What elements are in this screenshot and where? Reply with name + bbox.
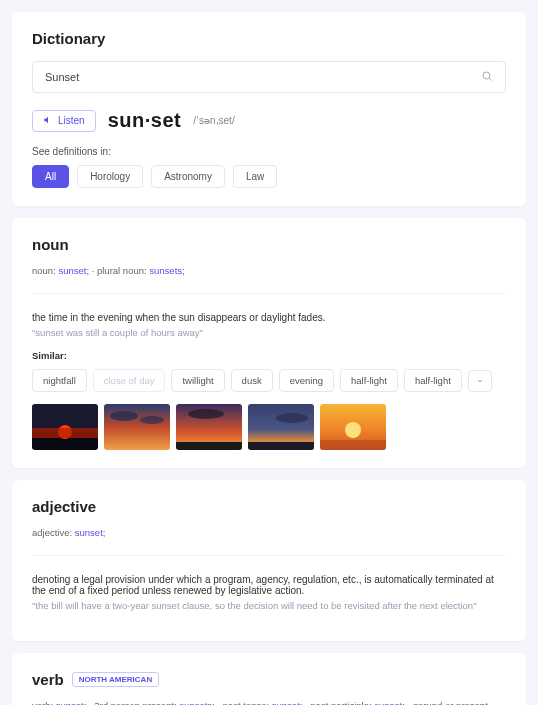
region-badge: NORTH AMERICAN <box>72 672 159 687</box>
svg-rect-17 <box>320 440 386 450</box>
verb-title-label: verb <box>32 671 64 688</box>
forms-word: sunsets <box>179 700 212 705</box>
svg-line-1 <box>489 78 491 80</box>
svg-point-16 <box>345 422 361 438</box>
pronunciation: /ˈsənˌset/ <box>193 115 234 126</box>
similar-label: Similar: <box>32 350 506 361</box>
sunset-image-2[interactable] <box>104 404 170 450</box>
verb-forms: verb: sunset; · 3rd person present: suns… <box>32 698 506 705</box>
forms-text: ; <box>103 527 106 538</box>
adjective-forms: adjective: sunset; <box>32 525 506 556</box>
header-card: Dictionary Listen sun·set /ˈsənˌset/ See… <box>12 12 526 206</box>
similar-evening[interactable]: evening <box>279 369 334 392</box>
forms-text: ; · past participle: <box>300 700 374 705</box>
noun-forms: noun: sunset; · plural noun: sunsets; <box>32 263 506 294</box>
similar-nightfall[interactable]: nightfall <box>32 369 87 392</box>
listen-label: Listen <box>58 115 85 126</box>
forms-text: ; · plural noun: <box>86 265 149 276</box>
forms-word: sunset <box>58 265 86 276</box>
forms-word: sunset <box>272 700 300 705</box>
sunset-image-5[interactable] <box>320 404 386 450</box>
page-title: Dictionary <box>32 30 506 47</box>
search-icon <box>481 70 493 84</box>
noun-title: noun <box>32 236 506 253</box>
similar-dusk[interactable]: dusk <box>231 369 273 392</box>
headword-row: Listen sun·set /ˈsənˌset/ <box>32 109 506 132</box>
search-input[interactable] <box>45 71 481 83</box>
forms-text: adjective: <box>32 527 75 538</box>
forms-text: ; · 3rd person present: <box>84 700 180 705</box>
forms-text: ; · past tense: <box>212 700 272 705</box>
similar-twilight[interactable]: twillight <box>171 369 224 392</box>
sunset-image-4[interactable] <box>248 404 314 450</box>
search-box[interactable] <box>32 61 506 93</box>
svg-point-0 <box>483 72 490 79</box>
forms-word: sunset <box>56 700 84 705</box>
noun-definition: the time in the evening when the sun dis… <box>32 312 506 323</box>
similar-row: nightfall close of day twillight dusk ev… <box>32 369 506 392</box>
adjective-title: adjective <box>32 498 506 515</box>
listen-button[interactable]: Listen <box>32 110 96 132</box>
noun-example: "sunset was still a couple of hours away… <box>32 327 506 338</box>
svg-rect-6 <box>104 404 170 450</box>
see-definitions-label: See definitions in: <box>32 146 506 157</box>
category-law[interactable]: Law <box>233 165 277 188</box>
similar-close-of-day[interactable]: close of day <box>93 369 166 392</box>
svg-point-11 <box>188 409 224 419</box>
svg-rect-5 <box>32 428 98 438</box>
forms-text: verb: <box>32 700 56 705</box>
headword: sun·set <box>108 109 182 132</box>
forms-text: noun: <box>32 265 58 276</box>
svg-rect-10 <box>176 442 242 450</box>
similar-half-light[interactable]: half-light <box>340 369 398 392</box>
category-horology[interactable]: Horology <box>77 165 143 188</box>
verb-card: verb NORTH AMERICAN verb: sunset; · 3rd … <box>12 653 526 705</box>
forms-word: sunset <box>75 527 103 538</box>
adjective-example: "the bill will have a two-year sunset cl… <box>32 600 506 611</box>
verb-title: verb NORTH AMERICAN <box>32 671 506 688</box>
speaker-icon <box>43 115 53 127</box>
adjective-card: adjective adjective: sunset; denoting a … <box>12 480 526 641</box>
forms-word: sunsets <box>149 265 182 276</box>
similar-half-light-2[interactable]: half-light <box>404 369 462 392</box>
svg-rect-14 <box>248 442 314 450</box>
noun-card: noun noun: sunset; · plural noun: sunset… <box>12 218 526 468</box>
expand-similar-button[interactable] <box>468 370 492 392</box>
category-row: All Horology Astronomy Law <box>32 165 506 188</box>
forms-text: ; <box>182 265 185 276</box>
chevron-down-icon <box>476 375 484 387</box>
svg-point-7 <box>110 411 138 421</box>
svg-point-8 <box>140 416 164 424</box>
forms-word: sunset <box>374 700 402 705</box>
sunset-image-3[interactable] <box>176 404 242 450</box>
svg-point-13 <box>276 413 308 423</box>
sunset-image-1[interactable] <box>32 404 98 450</box>
adjective-definition: denoting a legal provision under which a… <box>32 574 506 596</box>
image-row <box>32 404 506 450</box>
category-all[interactable]: All <box>32 165 69 188</box>
category-astronomy[interactable]: Astronomy <box>151 165 225 188</box>
